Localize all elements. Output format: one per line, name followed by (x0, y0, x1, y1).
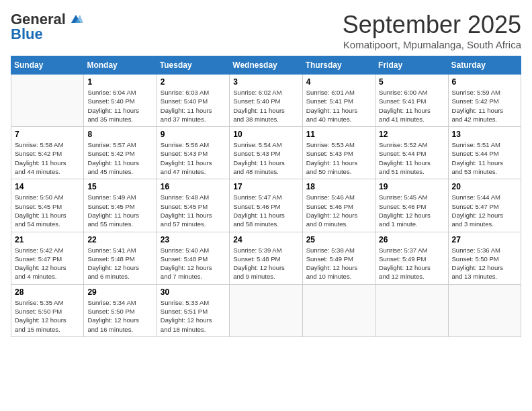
day-number: 26 (379, 235, 444, 244)
calendar-cell: 22Sunrise: 5:41 AM Sunset: 5:48 PM Dayli… (84, 232, 157, 284)
day-info: Sunrise: 5:33 AM Sunset: 5:51 PM Dayligh… (161, 298, 226, 334)
day-number: 18 (306, 182, 371, 191)
day-number: 19 (379, 182, 444, 191)
calendar-cell: 28Sunrise: 5:35 AM Sunset: 5:50 PM Dayli… (11, 284, 84, 336)
day-info: Sunrise: 5:50 AM Sunset: 5:45 PM Dayligh… (15, 193, 80, 228)
calendar-cell (448, 284, 521, 336)
day-info: Sunrise: 5:48 AM Sunset: 5:45 PM Dayligh… (161, 193, 226, 228)
day-info: Sunrise: 5:54 AM Sunset: 5:43 PM Dayligh… (233, 140, 298, 176)
day-number: 5 (379, 77, 444, 87)
day-number: 11 (306, 130, 371, 139)
calendar-cell (230, 284, 302, 336)
calendar-cell: 16Sunrise: 5:48 AM Sunset: 5:45 PM Dayli… (157, 179, 229, 232)
day-info: Sunrise: 5:56 AM Sunset: 5:43 PM Dayligh… (161, 140, 226, 176)
calendar-cell: 4Sunrise: 6:01 AM Sunset: 5:41 PM Daylig… (302, 75, 375, 127)
calendar-cell: 21Sunrise: 5:42 AM Sunset: 5:47 PM Dayli… (11, 232, 84, 284)
day-number: 15 (87, 182, 152, 191)
day-info: Sunrise: 5:53 AM Sunset: 5:43 PM Dayligh… (306, 140, 371, 176)
calendar-cell: 13Sunrise: 5:51 AM Sunset: 5:44 PM Dayli… (448, 127, 521, 179)
calendar-cell: 18Sunrise: 5:46 AM Sunset: 5:46 PM Dayli… (302, 179, 375, 232)
month-title: September 2025 (343, 11, 521, 39)
calendar-cell: 6Sunrise: 5:59 AM Sunset: 5:42 PM Daylig… (448, 75, 521, 127)
calendar-week-3: 14Sunrise: 5:50 AM Sunset: 5:45 PM Dayli… (11, 179, 521, 232)
day-info: Sunrise: 5:52 AM Sunset: 5:44 PM Dayligh… (379, 140, 444, 176)
day-info: Sunrise: 6:02 AM Sunset: 5:40 PM Dayligh… (233, 88, 298, 124)
column-header-saturday: Saturday (448, 56, 521, 75)
calendar-header-row: SundayMondayTuesdayWednesdayThursdayFrid… (11, 56, 521, 75)
calendar-cell: 17Sunrise: 5:47 AM Sunset: 5:46 PM Dayli… (230, 179, 302, 232)
day-number: 1 (87, 77, 152, 87)
day-info: Sunrise: 5:42 AM Sunset: 5:47 PM Dayligh… (15, 246, 80, 281)
calendar-cell: 27Sunrise: 5:36 AM Sunset: 5:50 PM Dayli… (448, 232, 521, 284)
day-number: 21 (15, 235, 80, 244)
day-number: 28 (15, 287, 80, 297)
day-info: Sunrise: 5:49 AM Sunset: 5:45 PM Dayligh… (87, 193, 152, 228)
day-number: 3 (233, 77, 298, 87)
day-info: Sunrise: 6:03 AM Sunset: 5:40 PM Dayligh… (161, 88, 226, 124)
day-info: Sunrise: 5:51 AM Sunset: 5:44 PM Dayligh… (452, 140, 517, 176)
calendar-cell: 10Sunrise: 5:54 AM Sunset: 5:43 PM Dayli… (230, 127, 302, 179)
day-info: Sunrise: 5:57 AM Sunset: 5:42 PM Dayligh… (87, 140, 152, 176)
calendar-cell: 7Sunrise: 5:58 AM Sunset: 5:42 PM Daylig… (11, 127, 84, 179)
calendar-week-2: 7Sunrise: 5:58 AM Sunset: 5:42 PM Daylig… (11, 127, 521, 179)
calendar-cell: 1Sunrise: 6:04 AM Sunset: 5:40 PM Daylig… (84, 75, 157, 127)
calendar-cell: 8Sunrise: 5:57 AM Sunset: 5:42 PM Daylig… (84, 127, 157, 179)
day-info: Sunrise: 5:45 AM Sunset: 5:46 PM Dayligh… (379, 193, 444, 228)
day-info: Sunrise: 6:04 AM Sunset: 5:40 PM Dayligh… (87, 88, 152, 124)
column-header-sunday: Sunday (11, 56, 84, 75)
calendar-week-5: 28Sunrise: 5:35 AM Sunset: 5:50 PM Dayli… (11, 284, 521, 336)
day-number: 8 (87, 130, 152, 139)
day-number: 16 (161, 182, 226, 191)
day-info: Sunrise: 6:00 AM Sunset: 5:41 PM Dayligh… (379, 88, 444, 124)
column-header-tuesday: Tuesday (157, 56, 229, 75)
calendar-cell: 2Sunrise: 6:03 AM Sunset: 5:40 PM Daylig… (157, 75, 229, 127)
day-info: Sunrise: 5:35 AM Sunset: 5:50 PM Dayligh… (15, 298, 80, 334)
day-info: Sunrise: 5:38 AM Sunset: 5:49 PM Dayligh… (306, 246, 371, 281)
calendar-week-4: 21Sunrise: 5:42 AM Sunset: 5:47 PM Dayli… (11, 232, 521, 284)
day-number: 20 (452, 182, 517, 191)
day-number: 7 (15, 130, 80, 139)
day-info: Sunrise: 5:39 AM Sunset: 5:48 PM Dayligh… (233, 246, 298, 281)
day-number: 10 (233, 130, 298, 139)
calendar-cell: 30Sunrise: 5:33 AM Sunset: 5:51 PM Dayli… (157, 284, 229, 336)
calendar-cell: 14Sunrise: 5:50 AM Sunset: 5:45 PM Dayli… (11, 179, 84, 232)
calendar-cell: 26Sunrise: 5:37 AM Sunset: 5:49 PM Dayli… (375, 232, 448, 284)
calendar-cell: 5Sunrise: 6:00 AM Sunset: 5:41 PM Daylig… (375, 75, 448, 127)
day-info: Sunrise: 5:41 AM Sunset: 5:48 PM Dayligh… (87, 246, 152, 281)
day-number: 9 (161, 130, 226, 139)
column-header-wednesday: Wednesday (230, 56, 302, 75)
calendar-week-1: 1Sunrise: 6:04 AM Sunset: 5:40 PM Daylig… (11, 75, 521, 127)
calendar-cell: 3Sunrise: 6:02 AM Sunset: 5:40 PM Daylig… (230, 75, 302, 127)
logo: General Blue (11, 11, 83, 43)
calendar-cell (302, 284, 375, 336)
calendar-cell: 11Sunrise: 5:53 AM Sunset: 5:43 PM Dayli… (302, 127, 375, 179)
column-header-friday: Friday (375, 56, 448, 75)
day-info: Sunrise: 5:44 AM Sunset: 5:47 PM Dayligh… (452, 193, 517, 228)
day-number: 4 (306, 77, 371, 87)
location-subtitle: Komatipoort, Mpumalanga, South Africa (343, 39, 521, 50)
calendar-cell: 29Sunrise: 5:34 AM Sunset: 5:50 PM Dayli… (84, 284, 157, 336)
logo-icon (69, 13, 83, 26)
day-info: Sunrise: 5:47 AM Sunset: 5:46 PM Dayligh… (233, 193, 298, 228)
calendar-table: SundayMondayTuesdayWednesdayThursdayFrid… (11, 56, 521, 337)
day-number: 2 (161, 77, 226, 87)
calendar-cell: 19Sunrise: 5:45 AM Sunset: 5:46 PM Dayli… (375, 179, 448, 232)
calendar-cell: 15Sunrise: 5:49 AM Sunset: 5:45 PM Dayli… (84, 179, 157, 232)
calendar-cell: 12Sunrise: 5:52 AM Sunset: 5:44 PM Dayli… (375, 127, 448, 179)
day-number: 14 (15, 182, 80, 191)
day-info: Sunrise: 5:46 AM Sunset: 5:46 PM Dayligh… (306, 193, 371, 228)
logo-blue: Blue (11, 26, 43, 43)
day-info: Sunrise: 5:59 AM Sunset: 5:42 PM Dayligh… (452, 88, 517, 124)
day-info: Sunrise: 5:40 AM Sunset: 5:48 PM Dayligh… (161, 246, 226, 281)
day-number: 17 (233, 182, 298, 191)
day-number: 29 (87, 287, 152, 297)
day-number: 24 (233, 235, 298, 244)
calendar-cell: 25Sunrise: 5:38 AM Sunset: 5:49 PM Dayli… (302, 232, 375, 284)
calendar-cell (11, 75, 84, 127)
title-block: September 2025 Komatipoort, Mpumalanga, … (343, 11, 521, 50)
day-number: 13 (452, 130, 517, 139)
day-number: 30 (161, 287, 226, 297)
day-number: 12 (379, 130, 444, 139)
column-header-thursday: Thursday (302, 56, 375, 75)
day-info: Sunrise: 5:58 AM Sunset: 5:42 PM Dayligh… (15, 140, 80, 176)
